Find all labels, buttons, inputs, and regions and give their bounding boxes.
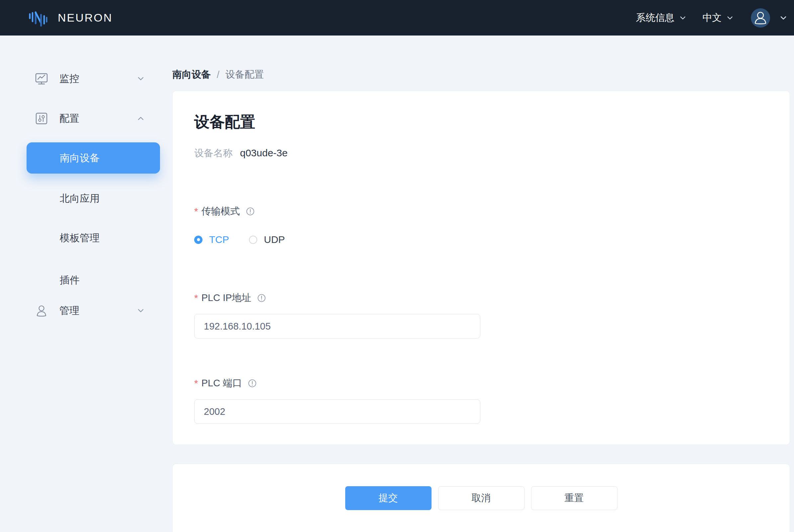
radio-option-tcp[interactable]: TCP <box>194 234 229 245</box>
field-plc-ip: * PLC IP地址 <box>194 292 768 339</box>
actions-card: 提交 取消 重置 <box>172 463 790 532</box>
plc-ip-label-row: * PLC IP地址 <box>194 292 768 303</box>
chevron-down-icon <box>725 14 734 22</box>
user-menu[interactable] <box>751 8 788 27</box>
breadcrumb: 南向设备 / 设备配置 <box>172 69 790 81</box>
plc-ip-label: PLC IP地址 <box>202 293 251 303</box>
sidebar-item-label: 插件 <box>60 273 80 287</box>
transport-mode-label: 传输模式 <box>202 206 240 217</box>
sliders-icon <box>34 111 49 126</box>
plc-ip-input[interactable] <box>194 314 480 339</box>
reset-button[interactable]: 重置 <box>531 486 618 510</box>
brand: NEURON <box>28 6 113 30</box>
sidebar-item-label: 管理 <box>59 304 79 318</box>
sidebar-item-label: 配置 <box>59 112 79 126</box>
monitor-icon <box>34 71 49 86</box>
transport-mode-label-row: * 传输模式 <box>194 206 768 217</box>
system-info-menu[interactable]: 系统信息 <box>636 11 687 24</box>
required-mark: * <box>194 292 198 303</box>
chevron-down-icon <box>136 74 145 83</box>
device-name-row: 设备名称 q03ude-3e <box>194 147 768 160</box>
sidebar-item-label: 监控 <box>59 72 79 86</box>
sidebar-item-monitoring[interactable]: 监控 <box>0 65 166 92</box>
brand-name: NEURON <box>58 11 113 24</box>
device-name-label: 设备名称 <box>194 147 233 160</box>
user-avatar[interactable] <box>751 8 770 27</box>
radio-label-tcp: TCP <box>209 234 229 245</box>
chevron-down-icon <box>779 13 788 23</box>
sidebar-item-templates[interactable]: 模板管理 <box>0 225 166 251</box>
sidebar-item-configuration[interactable]: 配置 <box>0 105 166 132</box>
sidebar-item-northbound[interactable]: 北向应用 <box>0 185 166 212</box>
main-content: 南向设备 / 设备配置 设备配置 设备名称 q03ude-3e * 传输模式 <box>172 36 790 532</box>
field-plc-port: * PLC 端口 <box>194 378 768 424</box>
breadcrumb-parent[interactable]: 南向设备 <box>172 68 211 81</box>
radio-label-udp: UDP <box>264 234 285 245</box>
radio-option-udp[interactable]: UDP <box>249 234 285 245</box>
sidebar-item-southbound-active[interactable]: 南向设备 <box>26 142 160 174</box>
device-config-card: 设备配置 设备名称 q03ude-3e * 传输模式 <box>172 91 790 445</box>
info-icon[interactable] <box>248 379 257 387</box>
system-info-label: 系统信息 <box>636 11 675 24</box>
chevron-down-icon <box>136 306 145 315</box>
radio-unchecked-icon[interactable] <box>249 235 257 244</box>
plc-port-label: PLC 端口 <box>202 378 242 388</box>
top-bar: NEURON 系统信息 中文 <box>0 0 794 36</box>
submit-button[interactable]: 提交 <box>345 486 432 510</box>
topbar-right: 系统信息 中文 <box>636 8 788 27</box>
user-icon <box>751 8 770 27</box>
page-title: 设备配置 <box>194 114 768 129</box>
person-icon <box>34 303 49 318</box>
breadcrumb-current: 设备配置 <box>225 68 264 81</box>
neuron-logo-icon <box>28 6 51 30</box>
sidebar-item-label: 南向设备 <box>60 151 99 165</box>
device-name-value: q03ude-3e <box>240 147 287 159</box>
language-label: 中文 <box>702 11 722 24</box>
sidebar: 监控 配置 南向设备 北向应用 模板管理 插件 管理 <box>0 36 166 324</box>
required-mark: * <box>194 378 198 388</box>
sidebar-item-management[interactable]: 管理 <box>0 297 166 324</box>
sidebar-item-label: 北向应用 <box>60 192 99 205</box>
info-icon[interactable] <box>257 294 266 302</box>
field-transport-mode: * 传输模式 TCP UDP <box>194 206 768 245</box>
transport-mode-options: TCP UDP <box>194 234 768 245</box>
language-menu[interactable]: 中文 <box>702 11 734 24</box>
sidebar-item-plugins[interactable]: 插件 <box>0 267 166 293</box>
required-mark: * <box>194 206 198 217</box>
plc-port-input[interactable] <box>194 399 480 424</box>
info-icon[interactable] <box>246 207 254 216</box>
plc-port-label-row: * PLC 端口 <box>194 378 768 388</box>
chevron-down-icon <box>679 14 687 22</box>
sidebar-item-label: 模板管理 <box>60 231 99 245</box>
cancel-button[interactable]: 取消 <box>438 486 525 510</box>
chevron-up-icon <box>136 114 145 123</box>
breadcrumb-separator: / <box>217 69 220 80</box>
radio-checked-icon[interactable] <box>194 235 203 244</box>
